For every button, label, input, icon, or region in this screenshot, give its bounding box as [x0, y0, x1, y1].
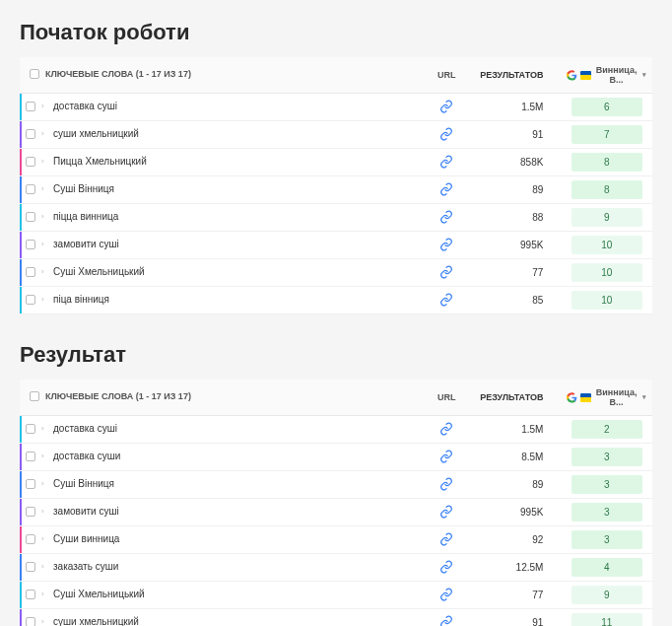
expand-icon[interactable]: › [41, 534, 47, 543]
results-cell: 995K [474, 232, 561, 259]
link-icon[interactable] [439, 265, 453, 279]
expand-icon[interactable]: › [41, 295, 47, 304]
table-row[interactable]: ›Суші Хмельницький779 [20, 582, 652, 609]
table-row[interactable]: ›доставка суші1.5M6 [20, 94, 652, 121]
row-checkbox[interactable] [26, 534, 35, 544]
link-icon[interactable] [439, 477, 453, 491]
url-cell[interactable] [419, 204, 474, 232]
rank-badge: 2 [571, 420, 642, 439]
expand-icon[interactable]: › [41, 590, 47, 598]
expand-icon[interactable]: › [41, 212, 47, 221]
row-checkbox[interactable] [26, 562, 35, 572]
link-icon[interactable] [439, 293, 453, 307]
table-row[interactable]: ›піцца винница889 [20, 204, 652, 232]
link-icon[interactable] [439, 422, 453, 436]
url-cell[interactable] [419, 176, 474, 204]
results-cell: 77 [474, 582, 561, 609]
link-icon[interactable] [439, 588, 453, 601]
table-row[interactable]: ›доставка суші1.5M2 [20, 416, 652, 444]
table-row[interactable]: ›замовити суші995K10 [20, 232, 652, 259]
col-url[interactable]: URL [419, 380, 474, 416]
expand-icon[interactable]: › [41, 479, 47, 488]
url-cell[interactable] [419, 287, 474, 314]
col-keywords[interactable]: КЛЮЧЕВЫЕ СЛОВА (1 - 17 ИЗ 17) [20, 57, 419, 94]
row-checkbox[interactable] [26, 295, 35, 305]
link-icon[interactable] [439, 532, 453, 546]
link-icon[interactable] [439, 238, 453, 251]
select-all-checkbox[interactable] [30, 391, 39, 401]
url-cell[interactable] [419, 526, 474, 554]
url-cell[interactable] [419, 471, 474, 499]
link-icon[interactable] [439, 182, 453, 196]
expand-icon[interactable]: › [41, 617, 47, 626]
row-checkbox[interactable] [26, 129, 35, 139]
row-checkbox[interactable] [26, 452, 35, 461]
rank-cell: 3 [561, 526, 652, 554]
table-row[interactable]: ›замовити суші995K3 [20, 499, 652, 526]
url-cell[interactable] [419, 416, 474, 444]
url-cell[interactable] [419, 609, 474, 627]
row-checkbox[interactable] [26, 590, 35, 599]
row-checkbox[interactable] [26, 479, 35, 489]
url-cell[interactable] [419, 232, 474, 259]
expand-icon[interactable]: › [41, 129, 47, 138]
row-checkbox[interactable] [26, 184, 35, 194]
table-row[interactable]: ›доставка суши8.5M3 [20, 444, 652, 471]
row-checkbox[interactable] [26, 424, 35, 434]
select-all-checkbox[interactable] [30, 69, 39, 79]
url-cell[interactable] [419, 94, 474, 121]
keyword-text: Пицца Хмельницкий [53, 156, 147, 167]
row-checkbox[interactable] [26, 157, 35, 167]
url-cell[interactable] [419, 582, 474, 609]
url-cell[interactable] [419, 554, 474, 582]
table-row[interactable]: ›Пицца Хмельницкий858K8 [20, 149, 652, 176]
table-row[interactable]: ›піца вінниця8510 [20, 287, 652, 314]
rank-cell: 8 [561, 176, 652, 204]
col-url[interactable]: URL [419, 57, 474, 94]
expand-icon[interactable]: › [41, 102, 47, 110]
expand-icon[interactable]: › [41, 452, 47, 460]
table-row[interactable]: ›Суші Хмельницький7710 [20, 259, 652, 287]
row-checkbox[interactable] [26, 617, 35, 626]
link-icon[interactable] [439, 615, 453, 627]
row-checkbox[interactable] [26, 212, 35, 222]
col-region[interactable]: Винница, В...▾ [561, 57, 652, 94]
expand-icon[interactable]: › [41, 157, 47, 166]
expand-icon[interactable]: › [41, 240, 47, 248]
expand-icon[interactable]: › [41, 267, 47, 276]
link-icon[interactable] [439, 127, 453, 141]
google-icon [567, 392, 577, 403]
col-results[interactable]: РЕЗУЛЬТАТОВ [474, 57, 561, 94]
expand-icon[interactable]: › [41, 424, 47, 433]
link-icon[interactable] [439, 100, 453, 113]
rank-badge: 4 [571, 558, 642, 577]
col-keywords[interactable]: КЛЮЧЕВЫЕ СЛОВА (1 - 17 ИЗ 17) [20, 380, 419, 416]
url-cell[interactable] [419, 149, 474, 176]
url-cell[interactable] [419, 121, 474, 149]
row-checkbox[interactable] [26, 507, 35, 517]
rank-badge: 10 [571, 291, 642, 310]
row-checkbox[interactable] [26, 267, 35, 277]
table-row[interactable]: ›заказать суши12.5M4 [20, 554, 652, 582]
url-cell[interactable] [419, 444, 474, 471]
table-row[interactable]: ›Суши винница923 [20, 526, 652, 554]
url-cell[interactable] [419, 499, 474, 526]
table-row[interactable]: ›суши хмельницкий917 [20, 121, 652, 149]
link-icon[interactable] [439, 210, 453, 224]
url-cell[interactable] [419, 259, 474, 287]
row-checkbox[interactable] [26, 240, 35, 249]
link-icon[interactable] [439, 505, 453, 519]
link-icon[interactable] [439, 155, 453, 169]
link-icon[interactable] [439, 450, 453, 463]
keyword-text: піцца винница [53, 211, 118, 222]
expand-icon[interactable]: › [41, 507, 47, 516]
link-icon[interactable] [439, 560, 453, 574]
row-checkbox[interactable] [26, 102, 35, 111]
col-region[interactable]: Винница, В...▾ [561, 380, 652, 416]
expand-icon[interactable]: › [41, 184, 47, 193]
expand-icon[interactable]: › [41, 562, 47, 571]
table-row[interactable]: ›Суші Вінниця893 [20, 471, 652, 499]
col-results[interactable]: РЕЗУЛЬТАТОВ [474, 380, 561, 416]
table-row[interactable]: ›Суші Вінниця898 [20, 176, 652, 204]
table-row[interactable]: ›суши хмельницкий9111 [20, 609, 652, 627]
